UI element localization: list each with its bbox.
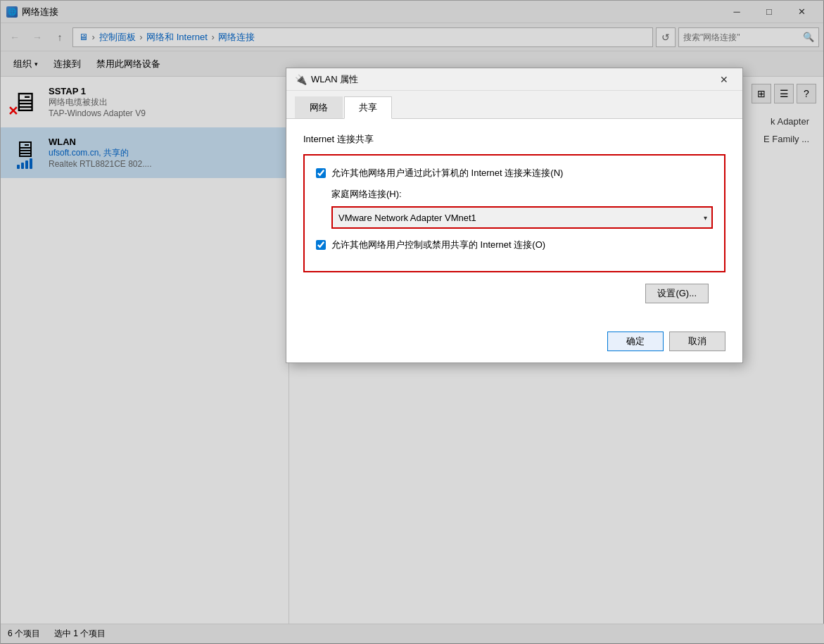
checkbox-row-2: 允许其他网络用户控制或禁用共享的 Internet 连接(O) — [316, 239, 713, 251]
dialog-content: Internet 连接共享 允许其他网络用户通过此计算机的 Internet 连… — [286, 119, 742, 323]
wlan-properties-dialog: 🔌 WLAN 属性 ✕ 网络 共享 Internet 连接共享 — [286, 68, 743, 363]
checkbox-row-1: 允许其他网络用户通过此计算机的 Internet 连接来连接(N) — [316, 167, 713, 179]
dialog-title-text: WLAN 属性 — [311, 73, 714, 86]
settings-btn-wrapper: 设置(G)... — [303, 284, 725, 309]
section-label: Internet 连接共享 — [303, 133, 725, 146]
dialog-overlay: 🔌 WLAN 属性 ✕ 网络 共享 Internet 连接共享 — [1, 1, 824, 644]
settings-button[interactable]: 设置(G)... — [645, 284, 709, 303]
dialog-close-button[interactable]: ✕ — [714, 71, 734, 88]
sharing-options-box: 允许其他网络用户通过此计算机的 Internet 连接来连接(N) 家庭网络连接… — [303, 154, 725, 272]
allow-control-label: 允许其他网络用户控制或禁用共享的 Internet 连接(O) — [331, 239, 545, 251]
tab-sharing[interactable]: 共享 — [344, 96, 392, 119]
dialog-footer: 确定 取消 — [286, 323, 742, 362]
dialog-title-bar: 🔌 WLAN 属性 ✕ — [286, 68, 742, 91]
cancel-button[interactable]: 取消 — [669, 332, 725, 351]
home-network-dropdown-wrapper: VMware Network Adapter VMnet1 VMware Net… — [331, 206, 713, 229]
allow-control-checkbox[interactable] — [316, 240, 326, 250]
dialog-title-icon: 🔌 — [295, 74, 307, 85]
allow-connections-checkbox[interactable] — [316, 168, 326, 178]
dialog-tabs: 网络 共享 — [286, 91, 742, 119]
home-network-dropdown[interactable]: VMware Network Adapter VMnet1 VMware Net… — [333, 208, 711, 227]
ok-button[interactable]: 确定 — [607, 332, 664, 351]
main-window: 🌐 网络连接 ─ □ ✕ ← → ↑ 🖥 › 控制面板 › 网络和 Intern… — [0, 0, 824, 644]
tab-network[interactable]: 网络 — [295, 96, 343, 118]
home-network-label: 家庭网络连接(H): — [331, 188, 713, 201]
allow-connections-label: 允许其他网络用户通过此计算机的 Internet 连接来连接(N) — [331, 167, 563, 179]
